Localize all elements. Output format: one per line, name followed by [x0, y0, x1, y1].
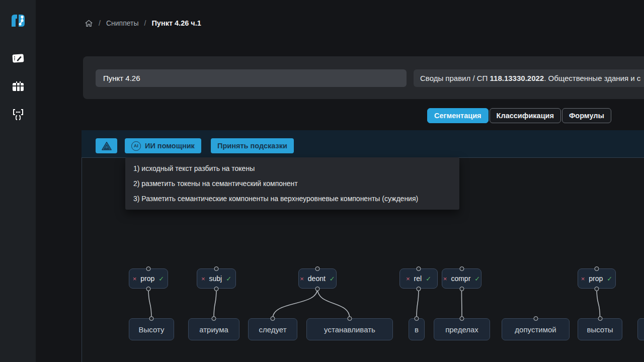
connector-handle[interactable] — [459, 266, 464, 271]
connector-handle[interactable] — [417, 287, 421, 291]
app-root: { "colors": { "accent": "#29a3dc", "butt… — [0, 0, 644, 362]
connector-handle[interactable] — [315, 287, 320, 291]
suggestion-item[interactable]: 3) Разметить семантические компоненты на… — [125, 191, 459, 206]
ai-assistant-button[interactable]: AI ИИ помощник — [125, 138, 201, 153]
connector-handle[interactable] — [459, 287, 464, 291]
remove-label-icon[interactable]: × — [581, 276, 585, 282]
token-label: в — [415, 325, 419, 334]
accept-hints-label: Принять подсказки — [217, 142, 287, 150]
connector-handle[interactable] — [212, 316, 216, 321]
edge[interactable] — [273, 289, 317, 318]
view-tabs: СегментацияКлассификацияФормулы — [427, 108, 611, 123]
token-node[interactable]: атриума — [188, 318, 239, 340]
edge[interactable] — [417, 289, 419, 318]
remove-label-icon[interactable]: × — [201, 276, 205, 282]
type-node[interactable]: ×deont✓ — [298, 268, 337, 289]
token-label: следует — [259, 325, 286, 334]
approve-label-icon[interactable]: ✓ — [226, 276, 231, 282]
sidebar-nav — [11, 51, 25, 122]
connector-handle[interactable] — [146, 287, 151, 291]
breadcrumb-separator: / — [144, 19, 146, 27]
approve-label-icon[interactable]: ✓ — [474, 276, 480, 282]
connector-handle[interactable] — [214, 287, 219, 291]
type-node[interactable]: ×prop✓ — [129, 268, 168, 289]
connector-handle[interactable] — [417, 266, 421, 271]
document-select[interactable]: Своды правил / СП 118.13330.2022. Общест… — [414, 69, 644, 87]
type-label: subj — [209, 275, 222, 283]
token-node[interactable]: устанавливать — [306, 318, 393, 340]
token-node[interactable]: высоты — [578, 318, 622, 340]
connector-handle[interactable] — [214, 266, 219, 271]
token-label: Высоту — [138, 325, 164, 334]
connector-handle[interactable] — [348, 316, 352, 321]
type-label: rel — [414, 275, 422, 283]
token-label: допустимой — [515, 325, 556, 334]
ai-assistant-label: ИИ помощник — [145, 142, 195, 150]
connector-handle[interactable] — [533, 316, 538, 321]
type-node[interactable]: ×prop✓ — [578, 268, 616, 289]
edge[interactable] — [214, 289, 216, 318]
breadcrumb-current-page: Пункт 4.26 ч.1 — [151, 19, 201, 27]
type-label: compr — [451, 275, 470, 283]
approve-label-icon[interactable]: ✓ — [158, 276, 164, 282]
approve-label-icon[interactable]: ✓ — [607, 276, 612, 282]
suggestion-item[interactable]: 2) разметить токены на семантический ком… — [125, 176, 459, 191]
type-label: prop — [140, 275, 154, 283]
connector-handle[interactable] — [595, 266, 599, 271]
remove-label-icon[interactable]: × — [406, 276, 410, 282]
tab-1[interactable]: Сегментация — [427, 108, 489, 123]
token-node[interactable]: допустимой — [502, 318, 570, 340]
layers-button[interactable] — [96, 138, 117, 153]
remove-label-icon[interactable]: × — [443, 276, 447, 282]
remove-label-icon[interactable]: × — [300, 276, 304, 282]
snippets-icon[interactable] — [11, 51, 25, 65]
table-icon[interactable] — [11, 79, 25, 94]
connector-handle[interactable] — [149, 316, 154, 321]
snippet-title-input[interactable]: Пункт 4.26 — [96, 69, 407, 87]
triangle-layers-icon — [101, 141, 112, 151]
ai-badge-icon: AI — [131, 141, 141, 151]
connector-handle[interactable] — [598, 316, 602, 321]
type-node[interactable]: ×rel✓ — [399, 268, 438, 289]
home-icon[interactable] — [85, 19, 93, 28]
app-logo-icon[interactable] — [9, 11, 28, 30]
edge[interactable] — [597, 289, 600, 318]
connector-handle[interactable] — [271, 316, 275, 321]
tab-2[interactable]: Классификация — [490, 108, 561, 123]
edge[interactable] — [462, 289, 462, 318]
token-node[interactable]: Высоту — [129, 318, 174, 340]
tab-3[interactable]: Формулы — [562, 108, 611, 123]
suggestion-item[interactable]: 1) исходный текст разбить на токены — [125, 161, 459, 176]
token-label: атриума — [199, 325, 228, 334]
remove-label-icon[interactable]: × — [133, 276, 137, 282]
connector-handle[interactable] — [415, 316, 419, 321]
edge[interactable] — [317, 289, 350, 318]
token-node[interactable]: в — [409, 318, 425, 340]
connector-handle[interactable] — [315, 266, 320, 271]
connector-handle[interactable] — [146, 266, 151, 271]
ai-suggestions-dropdown: 1) исходный текст разбить на токены2) ра… — [125, 157, 459, 210]
document-select-value: Своды правил / СП 118.13330.2022. Общест… — [420, 74, 640, 82]
token-node[interactable] — [637, 318, 644, 340]
sidebar — [0, 0, 36, 362]
segmentation-toolbar: AI ИИ помощник Принять подсказки — [82, 130, 644, 157]
approve-label-icon[interactable]: ✓ — [426, 276, 431, 282]
type-node[interactable]: ×compr✓ — [442, 268, 481, 289]
snippet-form-panel: Пункт 4.26 Своды правил / СП 118.13330.2… — [83, 56, 644, 99]
token-label: пределах — [445, 325, 478, 334]
approve-label-icon[interactable]: ✓ — [330, 276, 335, 282]
accept-hints-button[interactable]: Принять подсказки — [211, 138, 294, 153]
token-label: высоты — [587, 325, 613, 334]
token-label: устанавливать — [324, 325, 375, 334]
type-label: prop — [589, 275, 603, 283]
code-brackets-icon[interactable] — [11, 108, 25, 122]
edge[interactable] — [148, 289, 151, 318]
type-label: deont — [308, 275, 326, 283]
token-node[interactable]: пределах — [434, 318, 490, 340]
connector-handle[interactable] — [460, 316, 464, 321]
connector-handle[interactable] — [595, 287, 599, 291]
breadcrumb: / Сниппеты / Пункт 4.26 ч.1 — [85, 18, 201, 29]
token-node[interactable]: следует — [248, 318, 297, 340]
type-node[interactable]: ×subj✓ — [197, 268, 236, 289]
breadcrumb-link-snippets[interactable]: Сниппеты — [106, 19, 139, 27]
